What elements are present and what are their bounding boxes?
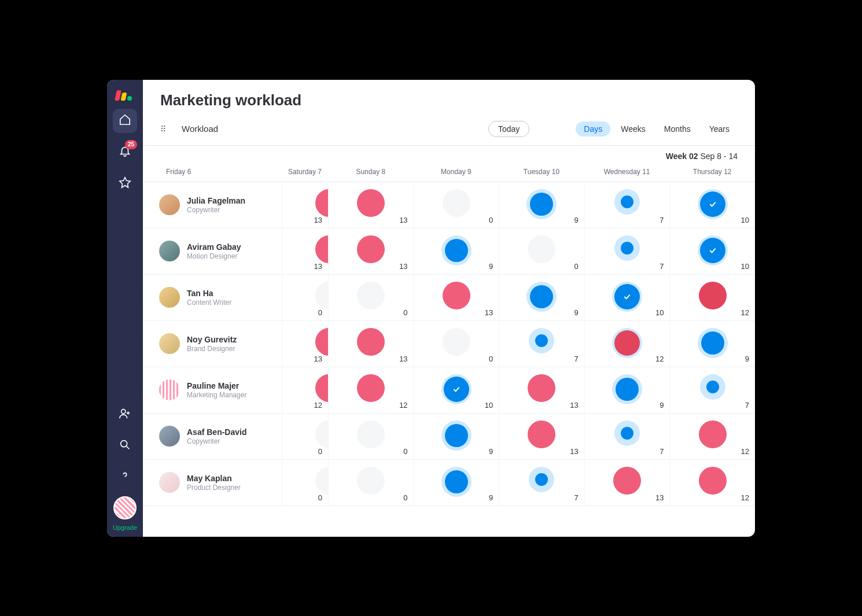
workload-bubble[interactable]: [614, 189, 640, 215]
workload-cell: 0: [282, 460, 328, 506]
range-tab-weeks[interactable]: Weeks: [613, 121, 654, 137]
workload-bubble[interactable]: [528, 420, 555, 448]
workload-cell: 13: [328, 182, 414, 228]
workload-bubble[interactable]: [357, 235, 385, 263]
person-cell[interactable]: Noy GurevitzBrand Designer: [143, 321, 282, 367]
nav-invite[interactable]: [113, 403, 137, 427]
workload-value: 7: [745, 401, 749, 410]
workload-bubble[interactable]: [441, 374, 471, 404]
person-cell[interactable]: Tan HaContent Writer: [143, 275, 282, 321]
workload-cell: 9: [499, 182, 584, 228]
page-title: Marketing workload: [160, 91, 738, 109]
workload-cell: 12: [584, 321, 670, 367]
workload-value: 7: [660, 262, 664, 271]
workload-bubble[interactable]: [315, 282, 328, 309]
workload-value: 0: [318, 308, 322, 317]
workload-bubble[interactable]: [357, 189, 385, 217]
workload-bubble[interactable]: [443, 282, 470, 309]
workload-bubble[interactable]: [315, 328, 328, 356]
person-cell[interactable]: Pauline MajerMarketing Manager: [143, 367, 282, 414]
person-role: Copywriter: [187, 437, 246, 445]
workload-bubble[interactable]: [528, 374, 555, 402]
nav-notifications[interactable]: 25: [113, 140, 137, 164]
workload-bubble[interactable]: [700, 374, 725, 400]
workload-bubble[interactable]: [357, 420, 385, 448]
nav-favorites[interactable]: [113, 171, 137, 196]
person-role: Product Designer: [187, 484, 241, 492]
workload-cell: 13: [282, 321, 328, 367]
person-role: Content Writer: [187, 298, 231, 307]
workload-bubble[interactable]: [612, 374, 642, 404]
workload-cell: 9: [499, 275, 584, 321]
workload-bubble[interactable]: [698, 235, 728, 265]
workload-value: 13: [399, 355, 407, 363]
view-label: Workload: [182, 124, 218, 134]
person-name: Asaf Ben-David: [187, 427, 246, 437]
workload-bubble[interactable]: [441, 467, 471, 497]
workload-bubble[interactable]: [315, 467, 328, 495]
workload-bubble[interactable]: [529, 328, 554, 353]
person-role: Marketing Manager: [187, 391, 246, 399]
workload-bubble[interactable]: [699, 467, 727, 495]
column-header-day: Wednesday 11: [584, 163, 670, 182]
workload-bubble[interactable]: [315, 420, 328, 448]
workload-cell: 7: [584, 182, 670, 228]
workload-value: 9: [489, 447, 493, 456]
star-icon: [119, 176, 131, 191]
workload-bubble[interactable]: [698, 189, 728, 219]
nav-help[interactable]: [113, 465, 137, 489]
workload-bubble[interactable]: [526, 282, 557, 312]
drag-handle-icon[interactable]: ⠿: [160, 124, 167, 134]
workload-bubble[interactable]: [357, 374, 385, 402]
workload-cell: 7: [584, 414, 670, 460]
person-cell[interactable]: Asaf Ben-DavidCopywriter: [143, 414, 282, 460]
nav-home[interactable]: [113, 109, 137, 133]
workload-bubble[interactable]: [614, 420, 640, 446]
workload-bubble[interactable]: [612, 282, 642, 312]
workload-bubble[interactable]: [315, 374, 328, 402]
workload-bubble[interactable]: [315, 235, 328, 263]
person-cell[interactable]: Julia FagelmanCopywriter: [143, 182, 282, 228]
workload-bubble[interactable]: [698, 328, 728, 358]
workload-cell: 9: [584, 367, 670, 414]
workload-value: 9: [745, 355, 749, 363]
nav-search[interactable]: [113, 434, 137, 458]
nav-avatar[interactable]: [113, 496, 137, 519]
avatar: [159, 426, 180, 447]
workload-bubble[interactable]: [357, 328, 385, 356]
workload-bubble[interactable]: [528, 235, 555, 263]
range-tab-days[interactable]: Days: [576, 121, 610, 137]
workload-bubble[interactable]: [357, 282, 385, 309]
workload-bubble[interactable]: [315, 189, 328, 217]
workload-bubble[interactable]: [441, 235, 471, 265]
search-icon: [119, 438, 131, 453]
workload-value: 0: [403, 308, 407, 317]
svg-point-0: [121, 409, 126, 413]
workload-bubble[interactable]: [529, 467, 554, 492]
workload-bubble[interactable]: [443, 189, 470, 217]
workload-bubble[interactable]: [699, 420, 727, 448]
workload-bubble[interactable]: [443, 328, 470, 356]
avatar: [159, 472, 180, 493]
workload-cell: 10: [414, 367, 499, 414]
person-cell[interactable]: Aviram GabayMotion Designer: [143, 228, 282, 275]
column-header-day: Friday 6: [143, 163, 282, 182]
workload-cell: 0: [282, 275, 328, 321]
workload-bubble[interactable]: [613, 467, 641, 495]
workload-cell: 13: [282, 182, 328, 228]
workload-bubble[interactable]: [699, 282, 727, 309]
today-button[interactable]: Today: [488, 121, 529, 137]
workload-bubble[interactable]: [614, 235, 640, 261]
avatar: [159, 287, 180, 308]
workload-cell: 12: [282, 367, 328, 414]
workload-bubble[interactable]: [357, 467, 385, 495]
workload-bubble[interactable]: [612, 328, 642, 358]
help-icon: [119, 470, 131, 485]
workload-cell: 0: [328, 460, 414, 506]
workload-bubble[interactable]: [526, 189, 557, 219]
upgrade-link[interactable]: Upgrade: [113, 524, 137, 537]
range-tab-years[interactable]: Years: [701, 121, 738, 137]
person-cell[interactable]: May KaplanProduct Designer: [143, 460, 282, 506]
range-tab-months[interactable]: Months: [656, 121, 699, 137]
workload-bubble[interactable]: [441, 420, 471, 451]
